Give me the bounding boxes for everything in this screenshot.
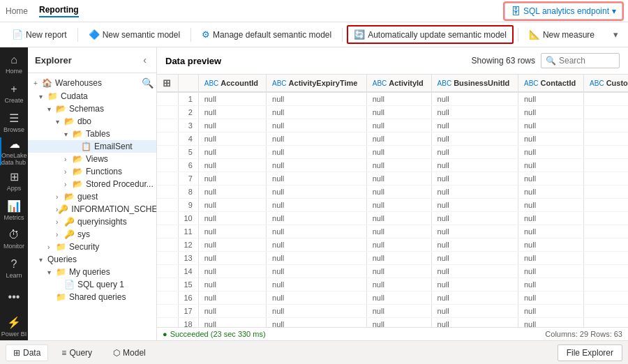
row-businessunitid: null (431, 305, 518, 318)
data-table-container[interactable]: ⊞ ABCAccountId ABCActivityExpiryTime ABC… (157, 75, 628, 327)
tree-dbo[interactable]: ▾ 📂 dbo (28, 115, 156, 128)
row-customerjourneyid (584, 119, 628, 132)
row-activityexpiry: null (267, 132, 367, 146)
tree-cudata[interactable]: ▾ 📁 Cudata (28, 90, 156, 103)
reporting-tab[interactable]: Reporting (39, 5, 79, 17)
sidebar-item-datalake[interactable]: ☁ OneLake data hub (0, 137, 28, 165)
tree-stored-procedures[interactable]: › 📂 Stored Procedur... (28, 178, 156, 190)
sidebar-item-more[interactable]: ••• (0, 283, 28, 311)
auto-update-label: Automatically update semantic model (368, 30, 507, 40)
row-activityexpiry: null (267, 318, 367, 328)
emailsent-label: EmailSent (94, 142, 133, 151)
table-icon: 📋 (81, 142, 91, 151)
row-number: 15 (178, 278, 198, 291)
data-table: ⊞ ABCAccountId ABCActivityExpiryTime ABC… (157, 75, 628, 327)
sql-endpoint-button[interactable]: 🗄 SQL analytics endpoint ▾ (504, 3, 622, 20)
col-customerjourneyid[interactable]: ABCCustomerJourneyId (584, 75, 628, 92)
sql-endpoint-label: SQL analytics endpoint (523, 6, 609, 16)
toolbar-more-button[interactable]: ▾ (609, 26, 622, 43)
tree-guest[interactable]: › 📂 guest (28, 190, 156, 203)
sidebar-item-learn[interactable]: ? Learn (0, 255, 28, 282)
queryinsights-icon: 🔑 (64, 217, 75, 227)
sidebar-item-home[interactable]: ⌂ Home (0, 50, 28, 78)
tree-sys[interactable]: › 🔑 sys (28, 228, 156, 241)
col-activityexpiry[interactable]: ABCActivityExpiryTime (267, 75, 367, 92)
sidebar-item-browse[interactable]: ☰ Browse (0, 109, 28, 137)
tree-sql-query-1[interactable]: 📄 SQL query 1 (28, 278, 156, 291)
tab-data[interactable]: ⊞ Data (6, 344, 48, 361)
row-customerjourneyid (584, 172, 628, 185)
col-accountid[interactable]: ABCAccountId (198, 75, 266, 92)
sys-label: sys (77, 229, 90, 239)
row-businessunitid: null (431, 199, 518, 212)
bottom-bar: ⊞ Data ≡ Query ⬡ Model File Explorer (0, 340, 628, 364)
tab-query[interactable]: ≡ Query (54, 344, 100, 361)
col-contactid[interactable]: ABCContactId (518, 75, 583, 92)
row-number: 4 (178, 132, 198, 146)
home-tab[interactable]: Home (6, 6, 28, 16)
tree-tables[interactable]: ▾ 📂 Tables (28, 128, 156, 140)
tree-security[interactable]: › 📁 Security (28, 241, 156, 253)
new-measure-button[interactable]: 📐 New measure (523, 26, 601, 43)
row-activityexpiry: null (267, 225, 367, 238)
row-activityid: null (366, 265, 431, 278)
new-report-label: New report (26, 30, 67, 40)
col-businessunitid[interactable]: ABCBusinessUnitId (431, 75, 518, 92)
row-activityid: null (366, 238, 431, 252)
collapse-explorer-button[interactable]: ‹ (140, 53, 149, 67)
schemas-label: Schemas (69, 104, 104, 114)
table-row: 5 null null null null null null (157, 146, 628, 159)
row-contactid: null (518, 92, 583, 106)
showing-rows: Showing 63 rows (472, 56, 535, 66)
manage-semantic-button[interactable]: ⚙ Manage default semantic model (195, 26, 338, 43)
row-businessunitid: null (431, 106, 518, 119)
tree-warehouses[interactable]: + 🏠 Warehouses 🔍 (28, 76, 156, 90)
file-explorer-button[interactable]: File Explorer (558, 344, 622, 361)
row-contactid: null (518, 132, 583, 146)
learn-icon: ? (11, 258, 17, 271)
tree-shared-queries[interactable]: 📁 Shared queries (28, 291, 156, 303)
tree-queryinsights[interactable]: › 🔑 queryinsights (28, 215, 156, 228)
auto-update-button[interactable]: 🔄 Automatically update semantic model (347, 25, 514, 44)
tree-functions[interactable]: › 📂 Functions (28, 165, 156, 178)
new-report-button[interactable]: 📄 New report (6, 26, 73, 43)
tree-my-queries[interactable]: ▾ 📁 My queries (28, 266, 156, 278)
search-input[interactable] (559, 56, 615, 66)
add-warehouse-icon[interactable]: 🔍 (142, 77, 154, 89)
row-accountid: null (198, 238, 266, 252)
row-businessunitid: null (431, 185, 518, 199)
sidebar-item-powerbi[interactable]: ⚡ Power BI (0, 312, 28, 340)
chevron-icon: ▾ (39, 93, 47, 100)
tab-data-label: Data (23, 348, 40, 358)
stored-procs-label: Stored Procedur... (86, 179, 154, 189)
row-customerjourneyid (584, 92, 628, 106)
col-activityid[interactable]: ABCActivityId (366, 75, 431, 92)
row-accountid: null (198, 225, 266, 238)
row-grid-cell (157, 132, 178, 146)
row-activityid: null (366, 106, 431, 119)
row-accountid: null (198, 106, 266, 119)
table-row: 8 null null null null null null (157, 185, 628, 199)
sidebar-item-create[interactable]: + Create (0, 79, 28, 107)
sidebar-item-metrics[interactable]: 📊 Metrics (0, 196, 28, 224)
tree-information-schema[interactable]: › 🔑 INFORMATION_SCHE... (28, 203, 156, 215)
shared-queries-label: Shared queries (69, 292, 126, 302)
tree-queries[interactable]: ▾ Queries (28, 253, 156, 266)
dbo-label: dbo (77, 116, 91, 126)
chevron-icon: + (33, 79, 42, 87)
row-grid-cell (157, 159, 178, 172)
sidebar-item-monitor[interactable]: ⏱ Monitor (0, 225, 28, 253)
tree-emailsent[interactable]: 📋 EmailSent (28, 140, 156, 153)
chevron-icon: ▾ (47, 268, 56, 276)
row-businessunitid: null (431, 291, 518, 305)
table-row: 13 null null null null null null (157, 252, 628, 265)
tree-views[interactable]: › 📂 Views (28, 153, 156, 165)
row-grid-cell (157, 146, 178, 159)
tab-model[interactable]: ⬡ Model (105, 344, 154, 361)
sidebar-item-apps[interactable]: ⊞ Apps (0, 167, 28, 195)
security-icon: 📁 (56, 242, 66, 252)
tree-schemas[interactable]: ▾ 📂 Schemas (28, 103, 156, 115)
folder-icon: 📁 (47, 91, 58, 101)
new-semantic-model-button[interactable]: 🔷 New semantic model (82, 26, 186, 43)
guest-label: guest (77, 192, 98, 202)
